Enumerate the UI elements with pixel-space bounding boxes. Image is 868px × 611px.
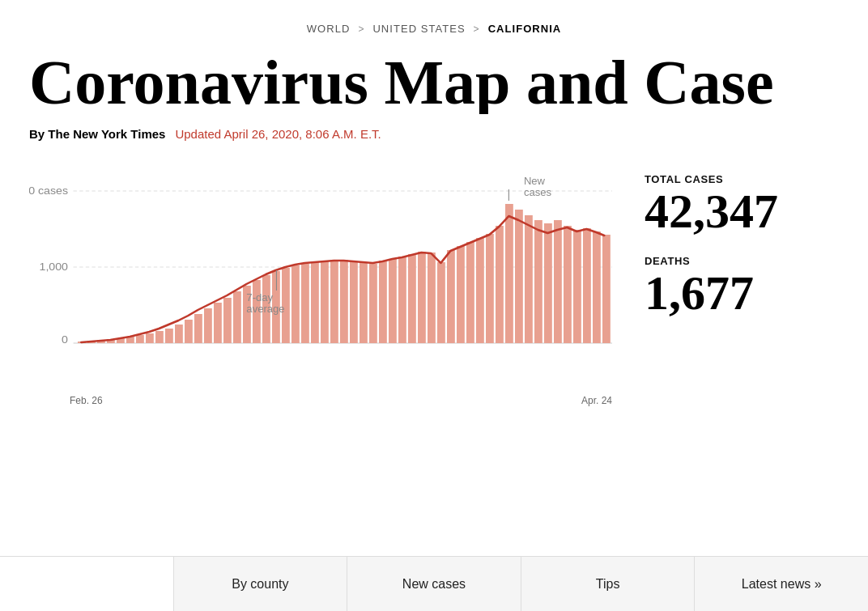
svg-text:1,000: 1,000 bbox=[40, 261, 69, 273]
total-cases-value: 42,347 bbox=[645, 187, 839, 235]
svg-text:New: New bbox=[524, 176, 546, 186]
svg-rect-18 bbox=[194, 314, 202, 343]
svg-rect-46 bbox=[466, 242, 474, 343]
svg-rect-41 bbox=[418, 252, 426, 343]
chart-x-start: Feb. 26 bbox=[70, 395, 103, 406]
svg-rect-38 bbox=[389, 259, 397, 343]
svg-rect-39 bbox=[398, 257, 406, 343]
svg-rect-58 bbox=[583, 228, 591, 343]
nav-item-by-county[interactable]: By county bbox=[174, 557, 348, 611]
svg-rect-49 bbox=[496, 226, 504, 343]
nav-item-latest-news[interactable]: Latest news » bbox=[695, 557, 868, 611]
svg-rect-56 bbox=[564, 226, 572, 343]
chart-svg: 2,000 cases 1,000 0 bbox=[29, 165, 612, 392]
total-cases-label: TOTAL CASES bbox=[645, 173, 839, 185]
nav-item-new-cases[interactable]: New cases bbox=[347, 557, 521, 611]
svg-rect-32 bbox=[330, 261, 338, 343]
svg-rect-28 bbox=[291, 265, 300, 343]
svg-rect-55 bbox=[554, 220, 562, 343]
svg-rect-45 bbox=[457, 246, 465, 343]
svg-rect-50 bbox=[505, 204, 513, 343]
svg-rect-16 bbox=[175, 325, 183, 343]
svg-rect-57 bbox=[573, 230, 581, 343]
svg-rect-59 bbox=[593, 231, 601, 343]
svg-rect-29 bbox=[301, 264, 309, 343]
svg-rect-35 bbox=[360, 262, 368, 343]
svg-text:average: average bbox=[246, 303, 284, 314]
breadcrumb-world[interactable]: WORLD bbox=[307, 23, 351, 35]
byline: By The New York Times Updated April 26, … bbox=[0, 114, 868, 141]
svg-text:0: 0 bbox=[62, 334, 68, 346]
deaths-block: DEATHS 1,677 bbox=[645, 255, 839, 317]
chart-x-labels: Feb. 26 Apr. 24 bbox=[29, 392, 612, 406]
svg-rect-33 bbox=[340, 260, 348, 343]
page-title: Coronavirus Map and Case bbox=[0, 43, 868, 114]
svg-text:2,000 cases: 2,000 cases bbox=[29, 185, 68, 197]
svg-rect-15 bbox=[165, 329, 173, 343]
svg-rect-13 bbox=[146, 333, 154, 343]
svg-rect-17 bbox=[185, 320, 193, 343]
breadcrumb-sep-2: > bbox=[474, 23, 480, 35]
svg-rect-34 bbox=[350, 261, 358, 343]
breadcrumb-california: CALIFORNIA bbox=[488, 23, 562, 35]
svg-rect-60 bbox=[602, 235, 611, 343]
page-container: WORLD > UNITED STATES > CALIFORNIA Coron… bbox=[0, 0, 868, 611]
svg-rect-52 bbox=[525, 215, 533, 343]
svg-rect-43 bbox=[437, 262, 445, 343]
nav-item-tips[interactable]: Tips bbox=[521, 557, 696, 611]
chart-svg-wrap: 2,000 cases 1,000 0 bbox=[29, 165, 612, 392]
svg-rect-22 bbox=[233, 291, 241, 343]
bottom-nav: By county New cases Tips Latest news » bbox=[0, 556, 868, 611]
breadcrumb-us[interactable]: UNITED STATES bbox=[372, 23, 465, 35]
chart-container: 2,000 cases 1,000 0 bbox=[29, 165, 612, 556]
svg-rect-47 bbox=[476, 238, 484, 343]
svg-rect-40 bbox=[408, 254, 416, 343]
svg-rect-31 bbox=[321, 261, 329, 343]
nav-item-empty bbox=[0, 557, 174, 611]
svg-rect-12 bbox=[136, 335, 144, 343]
breadcrumb: WORLD > UNITED STATES > CALIFORNIA bbox=[0, 0, 868, 43]
svg-rect-19 bbox=[204, 308, 212, 343]
deaths-value: 1,677 bbox=[645, 269, 839, 317]
svg-rect-36 bbox=[369, 264, 377, 343]
svg-rect-20 bbox=[214, 303, 222, 343]
svg-rect-42 bbox=[428, 252, 436, 343]
content-area: 2,000 cases 1,000 0 bbox=[0, 141, 868, 556]
svg-rect-30 bbox=[311, 262, 319, 343]
deaths-label: DEATHS bbox=[645, 255, 839, 267]
byline-author: By The New York Times bbox=[29, 127, 165, 141]
svg-rect-51 bbox=[515, 210, 523, 343]
svg-rect-54 bbox=[544, 223, 552, 343]
svg-rect-21 bbox=[223, 298, 232, 343]
svg-rect-53 bbox=[534, 220, 542, 343]
svg-rect-37 bbox=[379, 261, 387, 343]
svg-rect-44 bbox=[447, 250, 455, 343]
stats-panel: TOTAL CASES 42,347 DEATHS 1,677 bbox=[645, 165, 839, 556]
svg-text:7-day: 7-day bbox=[246, 292, 273, 303]
breadcrumb-sep-1: > bbox=[358, 23, 364, 35]
svg-text:cases: cases bbox=[524, 187, 551, 197]
svg-rect-14 bbox=[155, 331, 164, 343]
chart-x-end: Apr. 24 bbox=[581, 395, 612, 406]
svg-rect-48 bbox=[486, 234, 494, 343]
byline-updated: Updated April 26, 2020, 8:06 A.M. E.T. bbox=[175, 127, 381, 141]
total-cases-block: TOTAL CASES 42,347 bbox=[645, 173, 839, 235]
